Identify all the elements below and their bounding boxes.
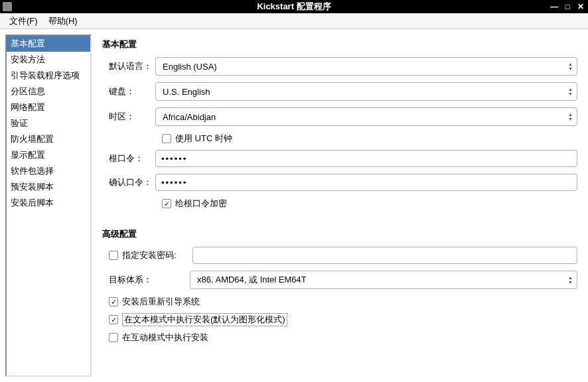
label-keyboard: 键盘： <box>102 86 155 97</box>
select-keyboard-value: U.S. English <box>163 87 210 97</box>
row-keyboard: 键盘： U.S. English ▲▼ <box>102 82 577 101</box>
sidebar: 基本配置 安装方法 引导装载程序选项 分区信息 网络配置 验证 防火墙配置 显示… <box>5 34 92 377</box>
sidebar-item-bootloader[interactable]: 引导装载程序选项 <box>7 68 90 84</box>
select-default-language[interactable]: English (USA) ▲▼ <box>155 57 577 76</box>
checkbox-text-mode[interactable] <box>109 315 118 324</box>
basic-section-title: 基本配置 <box>102 38 577 50</box>
chevron-updown-icon: ▲▼ <box>568 112 573 121</box>
sidebar-item-preinstall[interactable]: 预安装脚本 <box>7 179 90 195</box>
label-target-arch: 目标体系： <box>109 274 186 286</box>
label-specify-password: 指定安装密码: <box>122 249 188 261</box>
chevron-updown-icon: ▲▼ <box>568 87 573 96</box>
row-use-utc: 使用 UTC 时钟 <box>102 133 577 145</box>
sidebar-item-network[interactable]: 网络配置 <box>7 99 90 115</box>
label-reboot: 安装后重新引导系统 <box>122 296 200 308</box>
select-timezone[interactable]: Africa/Abidjan ▲▼ <box>155 107 577 126</box>
select-keyboard[interactable]: U.S. English ▲▼ <box>155 82 577 101</box>
label-encrypt-root: 给根口令加密 <box>175 198 227 210</box>
row-specify-password: 指定安装密码: <box>102 247 577 264</box>
label-use-utc: 使用 UTC 时钟 <box>175 133 232 145</box>
row-default-language: 默认语言： English (USA) ▲▼ <box>102 57 577 76</box>
sidebar-item-partition[interactable]: 分区信息 <box>7 84 90 99</box>
label-timezone: 时区： <box>102 111 155 123</box>
row-reboot: 安装后重新引导系统 <box>102 296 577 308</box>
menu-help[interactable]: 帮助(H) <box>43 13 83 29</box>
select-default-language-value: English (USA) <box>163 62 217 72</box>
content-area: 基本配置 安装方法 引导装载程序选项 分区信息 网络配置 验证 防火墙配置 显示… <box>0 29 588 382</box>
checkbox-interactive[interactable] <box>109 333 118 342</box>
window-controls: — □ ✕ <box>550 2 585 11</box>
app-icon <box>3 2 12 11</box>
advanced-section-title: 高级配置 <box>102 228 577 240</box>
sidebar-item-packages[interactable]: 软件包选择 <box>7 163 90 179</box>
checkbox-specify-password[interactable] <box>109 251 118 260</box>
chevron-updown-icon: ▲▼ <box>568 62 573 71</box>
close-button[interactable]: ✕ <box>576 2 585 11</box>
row-root-password: 根口令： <box>102 150 577 167</box>
checkbox-use-utc[interactable] <box>162 134 171 143</box>
row-text-mode: 在文本模式中执行安装(默认为图形化模式) <box>102 313 577 326</box>
checkbox-reboot[interactable] <box>109 297 118 306</box>
sidebar-item-postinstall[interactable]: 安装后脚本 <box>7 195 90 211</box>
main-panel: 基本配置 默认语言： English (USA) ▲▼ 键盘： U.S. Eng… <box>98 34 583 377</box>
input-specify-password[interactable] <box>192 247 577 264</box>
row-encrypt-root: 给根口令加密 <box>102 198 577 210</box>
menu-file[interactable]: 文件(F) <box>4 13 43 29</box>
sidebar-item-firewall[interactable]: 防火墙配置 <box>7 131 90 147</box>
maximize-button[interactable]: □ <box>563 2 572 11</box>
input-confirm-password[interactable] <box>155 174 577 191</box>
label-text-mode: 在文本模式中执行安装(默认为图形化模式) <box>122 313 287 326</box>
menubar: 文件(F) 帮助(H) <box>0 13 588 29</box>
window-title: Kickstart 配置程序 <box>257 1 331 13</box>
sidebar-item-basic[interactable]: 基本配置 <box>7 36 90 52</box>
window-titlebar: Kickstart 配置程序 — □ ✕ <box>0 0 588 13</box>
sidebar-item-auth[interactable]: 验证 <box>7 115 90 131</box>
label-interactive: 在互动模式中执行安装 <box>122 332 208 344</box>
row-interactive: 在互动模式中执行安装 <box>102 332 577 344</box>
select-target-arch[interactable]: x86, AMD64, 或 Intel EM64T ▲▼ <box>190 271 577 289</box>
select-target-arch-value: x86, AMD64, 或 Intel EM64T <box>197 274 307 286</box>
row-timezone: 时区： Africa/Abidjan ▲▼ <box>102 107 577 126</box>
checkbox-encrypt-root[interactable] <box>162 199 171 208</box>
select-timezone-value: Africa/Abidjan <box>163 112 216 122</box>
minimize-button[interactable]: — <box>550 2 559 11</box>
label-confirm-password: 确认口令： <box>102 176 155 188</box>
row-confirm-password: 确认口令： <box>102 174 577 191</box>
sidebar-item-display[interactable]: 显示配置 <box>7 147 90 163</box>
input-root-password[interactable] <box>155 150 577 167</box>
label-default-language: 默认语言： <box>102 60 155 72</box>
chevron-updown-icon: ▲▼ <box>568 275 573 285</box>
label-root-password: 根口令： <box>102 153 155 164</box>
sidebar-item-install-method[interactable]: 安装方法 <box>7 52 90 68</box>
row-target-arch: 目标体系： x86, AMD64, 或 Intel EM64T ▲▼ <box>102 271 577 289</box>
